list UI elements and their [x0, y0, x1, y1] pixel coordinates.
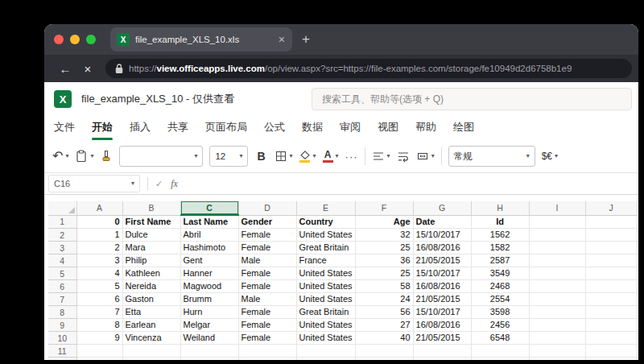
window-minimize-button[interactable] — [70, 35, 80, 44]
cell-G4[interactable]: 21/05/2015 — [413, 254, 471, 267]
cell-A11[interactable] — [76, 345, 122, 358]
insert-function-button[interactable]: fx — [171, 178, 178, 190]
cell-F4[interactable]: 36 — [355, 254, 413, 267]
cell-I11[interactable] — [529, 345, 585, 358]
cell-D10[interactable]: Female — [238, 332, 296, 345]
cell-C8[interactable]: Hurn — [180, 306, 238, 319]
cell-E6[interactable]: United States — [296, 280, 355, 293]
column-header-B[interactable]: B — [122, 201, 180, 215]
cell-I7[interactable] — [529, 293, 585, 306]
cell-D1[interactable]: Gender — [238, 215, 296, 229]
cell-G9[interactable]: 16/08/2016 — [413, 319, 471, 332]
column-header-I[interactable]: I — [529, 201, 585, 215]
ribbon-tab-6[interactable]: 数据 — [302, 116, 323, 140]
cell-I10[interactable] — [529, 332, 585, 345]
ribbon-tab-5[interactable]: 公式 — [264, 116, 285, 140]
column-header-J[interactable]: J — [585, 201, 637, 215]
cell-H4[interactable]: 2587 — [471, 254, 529, 267]
cell-I4[interactable] — [529, 254, 585, 267]
window-close-button[interactable] — [54, 35, 64, 44]
wrap-text-button[interactable] — [397, 150, 410, 163]
cell-A10[interactable]: 9 — [76, 332, 122, 345]
row-header-6[interactable]: 6 — [48, 280, 76, 293]
cell-C7[interactable]: Brumm — [180, 293, 238, 306]
merge-cells-button[interactable]: ▾ — [416, 150, 435, 163]
tab-close-icon[interactable]: × — [276, 33, 287, 46]
font-name-select[interactable]: ▾ — [119, 146, 203, 167]
cell-F7[interactable]: 24 — [355, 293, 413, 306]
ribbon-tab-10[interactable]: 绘图 — [453, 116, 474, 140]
cell-H8[interactable]: 3598 — [471, 306, 529, 319]
ribbon-tab-9[interactable]: 帮助 — [415, 116, 436, 140]
cell-E10[interactable]: United States — [296, 332, 355, 345]
cell-C5[interactable]: Hanner — [180, 267, 238, 280]
cell-G6[interactable]: 16/08/2016 — [413, 280, 471, 293]
cell-I9[interactable] — [529, 319, 585, 332]
cell-B2[interactable]: Dulce — [122, 229, 180, 242]
row-header-10[interactable]: 10 — [48, 332, 76, 345]
row-header-7[interactable]: 7 — [48, 293, 76, 306]
cell-D8[interactable]: Female — [238, 306, 296, 319]
cell-A3[interactable]: 2 — [76, 242, 122, 254]
cell-F6[interactable]: 58 — [355, 280, 413, 293]
cell-A9[interactable]: 8 — [76, 319, 122, 332]
column-header-G[interactable]: G — [413, 201, 471, 215]
cell-C9[interactable]: Melgar — [180, 319, 238, 332]
cell-B3[interactable]: Mara — [122, 242, 180, 254]
cell-C4[interactable]: Gent — [180, 254, 238, 267]
cell-J1[interactable] — [585, 215, 637, 229]
undo-button[interactable]: ↶ ▾ — [52, 150, 68, 163]
cell-H9[interactable]: 2456 — [471, 319, 529, 332]
cell-E9[interactable]: United States — [296, 319, 355, 332]
cell-G3[interactable]: 16/08/2016 — [413, 242, 471, 254]
cell-G10[interactable]: 21/05/2015 — [413, 332, 471, 345]
paste-button[interactable]: ▾ — [75, 150, 93, 163]
cell-D9[interactable]: Female — [238, 319, 296, 332]
cell-I1[interactable] — [529, 215, 585, 229]
cell-C1[interactable]: Last Name — [180, 215, 238, 229]
cell-F10[interactable]: 40 — [355, 332, 413, 345]
cell-G8[interactable]: 15/10/2017 — [413, 306, 471, 319]
column-header-C[interactable]: C — [180, 201, 238, 215]
cell-F5[interactable]: 25 — [355, 267, 413, 280]
cell-E4[interactable]: France — [296, 254, 355, 267]
cell-C2[interactable]: Abril — [180, 229, 238, 242]
cell-J8[interactable] — [585, 306, 637, 319]
ribbon-tab-0[interactable]: 文件 — [54, 116, 75, 140]
cell-I5[interactable] — [529, 267, 585, 280]
row-header-3[interactable]: 3 — [48, 242, 76, 254]
cell-J5[interactable] — [585, 267, 637, 280]
cell-G2[interactable]: 15/10/2017 — [413, 229, 471, 242]
cell-E5[interactable]: United States — [296, 267, 355, 280]
cell-B9[interactable]: Earlean — [122, 319, 180, 332]
cell-J3[interactable] — [585, 242, 637, 254]
cell-J7[interactable] — [585, 293, 637, 306]
cell-H7[interactable]: 2554 — [471, 293, 529, 306]
cell-E1[interactable]: Country — [296, 215, 355, 229]
cell-G7[interactable]: 21/05/2015 — [413, 293, 471, 306]
name-box[interactable]: C16 ▾ — [48, 175, 140, 192]
cell-G1[interactable]: Date — [413, 215, 471, 229]
cell-D6[interactable]: Female — [238, 280, 296, 293]
cell-H10[interactable]: 6548 — [471, 332, 529, 345]
more-formatting-button[interactable]: ··· — [345, 151, 358, 163]
column-header-A[interactable]: A — [76, 201, 122, 215]
cell-E3[interactable]: Great Britain — [296, 242, 355, 254]
cell-F1[interactable]: Age — [355, 215, 413, 229]
cell-E2[interactable]: United States — [296, 229, 355, 242]
cell-I3[interactable] — [529, 242, 585, 254]
cell-F9[interactable]: 27 — [355, 319, 413, 332]
cell-A1[interactable]: 0 — [76, 215, 122, 229]
cell-B7[interactable]: Gaston — [122, 293, 180, 306]
row-header-2[interactable]: 2 — [48, 229, 76, 242]
cell-H3[interactable]: 1582 — [471, 242, 529, 254]
cell-A2[interactable]: 1 — [76, 229, 122, 242]
cell-J12[interactable] — [585, 358, 637, 361]
cell-B4[interactable]: Philip — [122, 254, 180, 267]
row-header-9[interactable]: 9 — [48, 319, 76, 332]
cell-E12[interactable] — [296, 358, 355, 361]
cell-B1[interactable]: First Name — [122, 215, 180, 229]
column-header-F[interactable]: F — [355, 201, 413, 215]
row-header-4[interactable]: 4 — [48, 254, 76, 267]
cell-J10[interactable] — [585, 332, 637, 345]
